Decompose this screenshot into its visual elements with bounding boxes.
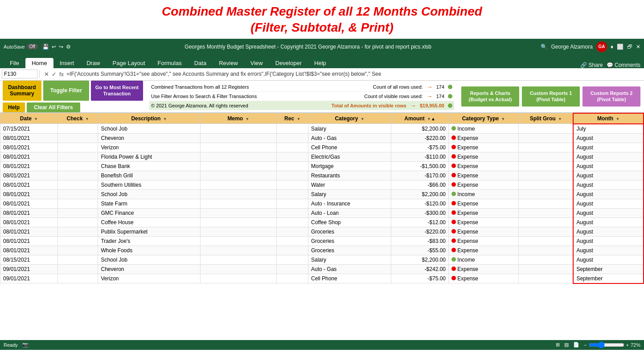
cell-check: [57, 274, 98, 283]
table-row[interactable]: 08/01/2021 Bonefish Grill Restaurants -$…: [0, 171, 644, 180]
confirm-icon[interactable]: ✓: [52, 71, 57, 78]
zoom-in-icon[interactable]: +: [626, 342, 629, 348]
zoom-out-icon[interactable]: −: [584, 342, 587, 348]
cell-memo: [200, 227, 277, 236]
cell-category: Auto - Gas: [308, 264, 391, 274]
username: George Alzamora: [551, 44, 592, 50]
cell-amount: -$75.00: [391, 274, 449, 283]
tab-file[interactable]: File: [4, 58, 25, 68]
autosave-toggle[interactable]: Off: [27, 44, 38, 49]
cell-date: 08/01/2021: [0, 143, 58, 152]
comments-button[interactable]: 💬 Comments: [607, 62, 640, 68]
table-row[interactable]: 09/01/2021 Cheveron Auto - Gas -$242.00 …: [0, 264, 644, 274]
formula-input[interactable]: =IF('Accounts Summary'!G31="see above","…: [66, 71, 642, 77]
cancel-icon[interactable]: ✕: [44, 71, 49, 78]
cell-check: [57, 255, 98, 264]
info-row-3: © 2021 George Alzamora. All rights reser…: [149, 101, 454, 110]
share-button[interactable]: 🔗 Share: [580, 62, 603, 68]
header-month[interactable]: Month ▼: [573, 113, 644, 124]
table-row[interactable]: 08/01/2021 Cheveron Auto - Gas -$220.00 …: [0, 133, 644, 143]
header-date[interactable]: Date ▼: [0, 113, 58, 124]
undo-icon[interactable]: ↩: [52, 44, 56, 50]
save-icon[interactable]: 💾: [42, 44, 49, 50]
redo-icon[interactable]: ↪: [59, 44, 63, 50]
tab-view[interactable]: View: [244, 58, 269, 68]
table-row[interactable]: 08/01/2021 State Farm Auto - Insurance -…: [0, 199, 644, 208]
header-rec[interactable]: Rec ▼: [277, 113, 308, 124]
insert-function-icon[interactable]: fx: [59, 71, 64, 78]
tab-home[interactable]: Home: [25, 58, 53, 68]
cell-month: July: [573, 124, 644, 134]
cell-rec: [277, 143, 308, 152]
maximize-icon[interactable]: ⬜: [617, 44, 623, 50]
cell-month: September: [573, 264, 644, 274]
table-row[interactable]: 08/01/2021 Publix Supermarket Groceries …: [0, 227, 644, 236]
table-row[interactable]: 07/15/2021 School Job Salary $2,200.00 I…: [0, 124, 644, 134]
table-row[interactable]: 08/01/2021 Whole Foods Groceries -$55.00…: [0, 246, 644, 255]
layout-icon[interactable]: ▤: [564, 342, 569, 348]
cell-rec: [277, 264, 308, 274]
cell-cattype: Income: [449, 189, 519, 199]
table-row[interactable]: 08/01/2021 Florida Power & Light Electri…: [0, 152, 644, 161]
most-recent-button[interactable]: Go to Most RecentTransaction: [91, 81, 143, 101]
toggle-filter-button[interactable]: Toggle Filter: [43, 81, 89, 101]
status-dot: [451, 220, 456, 224]
tab-pagelayout[interactable]: Page Layout: [107, 58, 152, 68]
dashboard-button[interactable]: DashboardSummary: [3, 81, 41, 101]
header-amount[interactable]: Amount ▼▲: [391, 113, 449, 124]
reports-button[interactable]: Reports & Charts(Budget vs Actual): [461, 86, 519, 107]
table-row[interactable]: 08/01/2021 Coffee House Coffee Shop -$12…: [0, 217, 644, 227]
status-dot: [451, 182, 456, 187]
cell-check: [57, 208, 98, 217]
tab-review[interactable]: Review: [213, 58, 244, 68]
grid-icon[interactable]: ⊞: [556, 342, 560, 348]
table-row[interactable]: 08/01/2021 School Job Salary $2,200.00 I…: [0, 189, 644, 199]
cell-date: 08/01/2021: [0, 227, 58, 236]
header-memo[interactable]: Memo ▼: [200, 113, 277, 124]
table-row[interactable]: 08/15/2021 School Job Salary $2,200.00 I…: [0, 255, 644, 264]
custom-reports-1-button[interactable]: Custom Reports 1(Pivot Table): [522, 86, 580, 107]
cell-date: 08/01/2021: [0, 199, 58, 208]
table-row[interactable]: 08/01/2021 Chase Bank Mortgage -$1,500.0…: [0, 161, 644, 171]
tab-data[interactable]: Data: [188, 58, 213, 68]
zoom-slider[interactable]: [589, 341, 624, 349]
cell-category: Electric/Gas: [308, 152, 391, 161]
header-category-type[interactable]: Category Type ▼: [449, 113, 519, 124]
table-row[interactable]: 08/01/2021 Southern Utilities Water -$66…: [0, 180, 644, 189]
cell-cattype: Expense: [449, 246, 519, 255]
cell-reference[interactable]: [2, 70, 37, 78]
page-icon[interactable]: 📄: [573, 342, 579, 348]
cell-amount: $2,200.00: [391, 124, 449, 134]
title-bar: AutoSave Off 💾 ↩ ↪ ⚙ Georges Monthly Bud…: [0, 39, 644, 55]
close-icon[interactable]: ✕: [636, 44, 640, 50]
table-row[interactable]: 08/01/2021 GMC Finance Auto - Loan -$300…: [0, 208, 644, 217]
tab-draw[interactable]: Draw: [80, 58, 106, 68]
page-title: Combined Master Register of all 12 Month…: [0, 4, 644, 36]
table-row[interactable]: 08/01/2021 Verizon Cell Phone -$75.00 Ex…: [0, 143, 644, 152]
header-category[interactable]: Category ▼: [308, 113, 391, 124]
table-row[interactable]: 09/01/2021 Verizon Cell Phone -$75.00 Ex…: [0, 274, 644, 283]
autosave-label: AutoSave: [4, 44, 25, 49]
tab-help[interactable]: Help: [308, 58, 332, 68]
search-icon[interactable]: 🔍: [541, 44, 547, 50]
cell-date: 08/01/2021: [0, 152, 58, 161]
cell-memo: [200, 255, 277, 264]
header-split-group[interactable]: Split Grou ▼: [519, 113, 574, 124]
cell-check: [57, 133, 98, 143]
table-row[interactable]: 08/01/2021 Trader Joe's Groceries -$83.0…: [0, 236, 644, 246]
header-description[interactable]: Description ▼: [98, 113, 200, 124]
custom-reports-2-button[interactable]: Custom Reports 2(Pivot Table): [582, 86, 640, 107]
info-label-3: © 2021 George Alzamora. All rights reser…: [151, 103, 248, 108]
tab-developer[interactable]: Developer: [269, 58, 308, 68]
tab-insert[interactable]: Insert: [53, 58, 81, 68]
cell-amount: -$220.00: [391, 227, 449, 236]
restore-icon[interactable]: 🗗: [627, 44, 632, 50]
clear-filters-button[interactable]: Clear All Filters: [27, 103, 80, 112]
cell-month: August: [573, 208, 644, 217]
cell-month: September: [573, 274, 644, 283]
header-check[interactable]: Check ▼: [57, 113, 98, 124]
cell-amount: -$170.00: [391, 171, 449, 180]
tab-formulas[interactable]: Formulas: [152, 58, 188, 68]
customize-icon[interactable]: ⚙: [66, 44, 71, 50]
help-button[interactable]: Help: [3, 103, 25, 112]
